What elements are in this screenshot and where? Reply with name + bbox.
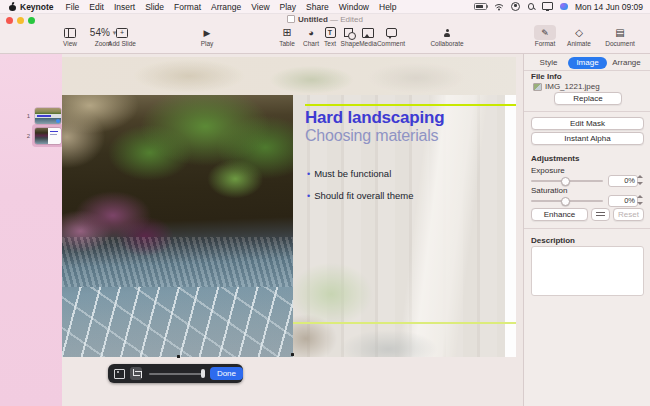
window-title: Untitled — Edited	[0, 15, 650, 24]
slide1-badge-icon	[56, 119, 60, 123]
mask-handle[interactable]	[177, 355, 180, 358]
tab-style[interactable]: Style	[529, 57, 568, 69]
slide-canvas[interactable]: Hard landscaping Choosing materials •Mus…	[62, 53, 523, 406]
exposure-value-field[interactable]: 0%	[608, 175, 638, 187]
text-button[interactable]: T Text	[320, 26, 340, 47]
reset-button[interactable]: Reset	[613, 208, 644, 221]
menu-clock[interactable]: Mon 14 Jun 09:09	[575, 2, 643, 12]
siri-icon[interactable]	[560, 3, 568, 11]
format-button[interactable]: ✎ Format	[531, 26, 559, 47]
slide-thumbnail-2[interactable]	[35, 128, 61, 144]
animate-button[interactable]: ◇ Animate	[563, 26, 595, 47]
slide1-number: 1	[22, 113, 30, 119]
exposure-slider[interactable]	[531, 180, 603, 182]
menu-play[interactable]: Play	[280, 2, 297, 12]
window-titlebar-toolbar: Untitled — Edited View 54% ▾ Zoom + Add …	[0, 13, 650, 54]
bullet-item-1[interactable]: •Must be functional	[307, 168, 391, 179]
mask-edit-toolbar: Done	[108, 364, 243, 383]
tab-arrange[interactable]: Arrange	[607, 57, 646, 69]
garden-photo-masked-region[interactable]	[62, 95, 293, 357]
add-slide-icon: +	[116, 28, 128, 38]
exposure-label: Exposure	[531, 166, 565, 175]
done-button[interactable]: Done	[210, 367, 243, 380]
apple-menu-icon[interactable]	[9, 3, 16, 11]
table-icon: ⊞	[282, 26, 291, 39]
saturation-stepper[interactable]	[637, 195, 643, 205]
saturation-slider-knob[interactable]	[561, 197, 570, 206]
saturation-value-field[interactable]: 0%	[608, 195, 638, 207]
file-name: IMG_1221.jpeg	[545, 82, 600, 91]
document-proxy-icon[interactable]	[287, 15, 295, 23]
file-thumbnail-icon	[533, 83, 542, 91]
document-title[interactable]: Untitled	[298, 15, 328, 24]
exposure-slider-knob[interactable]	[561, 177, 570, 186]
saturation-label: Saturation	[531, 186, 567, 195]
document-icon: ▤	[615, 27, 624, 38]
mask-handle[interactable]	[291, 353, 294, 356]
image-mode-icon[interactable]	[114, 369, 125, 379]
menu-bar: Keynote File Edit Insert Slide Format Ar…	[0, 0, 650, 14]
mask-zoom-slider[interactable]	[149, 373, 203, 375]
menu-insert[interactable]: Insert	[114, 2, 135, 12]
menu-arrange[interactable]: Arrange	[211, 2, 241, 12]
format-brush-icon: ✎	[541, 28, 549, 38]
chart-icon: ◕	[308, 28, 313, 38]
menu-edit[interactable]: Edit	[89, 2, 104, 12]
user-icon[interactable]	[511, 2, 520, 11]
comment-icon	[386, 28, 397, 37]
slide-white-edge	[505, 95, 516, 357]
menu-help[interactable]: Help	[379, 2, 396, 12]
battery-icon[interactable]	[474, 3, 487, 10]
format-inspector: Style Image Arrange File Info IMG_1221.j…	[523, 53, 650, 406]
slide-subtitle[interactable]: Choosing materials	[305, 127, 438, 145]
mask-zoom-knob[interactable]	[201, 369, 205, 378]
play-icon: ▶	[204, 28, 211, 38]
tab-image[interactable]: Image	[568, 57, 607, 69]
play-button[interactable]: ▶ Play	[195, 26, 219, 47]
display-icon[interactable]	[542, 2, 553, 10]
table-button[interactable]: ⊞ Table	[275, 26, 299, 47]
shape-icon	[344, 28, 353, 37]
slide2-number: 2	[22, 133, 30, 139]
menu-format[interactable]: Format	[174, 2, 201, 12]
file-info-label: File Info	[531, 72, 562, 81]
view-icon	[64, 28, 76, 38]
slide-title[interactable]: Hard landscaping	[305, 108, 444, 127]
menu-view[interactable]: View	[251, 2, 269, 12]
spotlight-search-icon[interactable]	[527, 3, 535, 11]
menu-slide[interactable]: Slide	[145, 2, 164, 12]
edited-label: — Edited	[330, 15, 363, 24]
wifi-icon[interactable]	[494, 3, 504, 11]
menu-share[interactable]: Share	[306, 2, 329, 12]
instant-alpha-button[interactable]: Instant Alpha	[531, 132, 644, 145]
image-outside-mask-top[interactable]	[62, 57, 516, 95]
accent-line-top	[305, 104, 516, 106]
bullet-dot-icon: •	[307, 169, 310, 179]
menu-window[interactable]: Window	[339, 2, 369, 12]
adjustments-label: Adjustments	[531, 154, 579, 163]
add-slide-button[interactable]: + Add Slide	[103, 26, 141, 47]
inspector-tabs: Style Image Arrange	[529, 56, 646, 69]
edit-mask-button[interactable]: Edit Mask	[531, 117, 644, 130]
text-icon: T	[325, 27, 336, 38]
menu-file[interactable]: File	[66, 2, 80, 12]
saturation-slider[interactable]	[531, 200, 603, 202]
media-icon	[362, 28, 374, 38]
replace-button[interactable]: Replace	[554, 92, 622, 105]
enhance-button[interactable]: Enhance	[531, 208, 588, 221]
view-button[interactable]: View	[58, 26, 82, 47]
file-name-row: IMG_1221.jpeg	[533, 82, 600, 91]
description-textarea[interactable]	[531, 246, 644, 296]
bullet-item-2[interactable]: •Should fit overall theme	[307, 190, 413, 201]
mask-crop-button[interactable]	[130, 367, 142, 380]
adjust-levels-button[interactable]	[591, 208, 610, 221]
description-label: Description	[531, 236, 575, 245]
animate-icon: ◇	[575, 27, 583, 38]
collaborate-button[interactable]: Collaborate	[425, 26, 469, 47]
slide-thumbnail-1[interactable]	[35, 108, 61, 124]
menu-app-keynote[interactable]: Keynote	[20, 2, 54, 12]
levels-icon	[596, 212, 605, 217]
document-button[interactable]: ▤ Document	[600, 26, 640, 47]
exposure-stepper[interactable]	[637, 175, 643, 185]
comment-button[interactable]: Comment	[375, 26, 407, 47]
